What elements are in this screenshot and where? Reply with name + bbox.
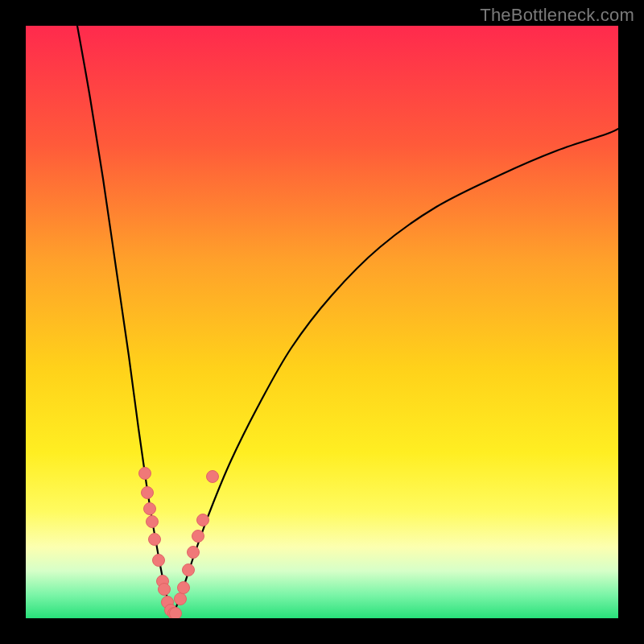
data-point: [153, 555, 165, 567]
curve-layer: [26, 26, 618, 618]
data-point: [170, 608, 182, 619]
data-point: [192, 530, 204, 543]
data-point: [188, 547, 200, 559]
curve-left-branch: [77, 26, 172, 617]
data-point: [183, 564, 195, 576]
data-point: [142, 487, 154, 499]
data-point: [139, 468, 151, 480]
scatter-points: [139, 468, 219, 619]
data-point: [175, 593, 187, 605]
data-point: [197, 514, 209, 526]
plot-area: [26, 26, 618, 618]
data-point: [207, 471, 219, 483]
data-point: [159, 584, 171, 596]
data-point: [178, 582, 190, 594]
chart-frame: TheBottleneck.com: [0, 0, 644, 644]
data-point: [149, 534, 161, 546]
data-point: [147, 516, 159, 528]
curve-right-branch: [172, 129, 618, 617]
watermark-text: TheBottleneck.com: [480, 5, 634, 26]
data-point: [144, 503, 156, 515]
